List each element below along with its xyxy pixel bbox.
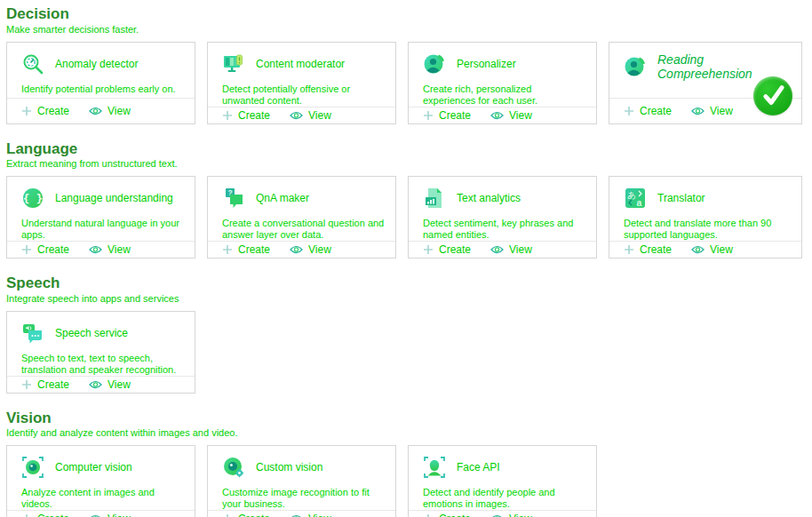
card-row: Speech service Speech to text, text to s… [6,311,812,394]
view-button[interactable]: View [290,513,331,517]
create-button[interactable]: Create [624,105,672,117]
plus-icon [624,244,634,255]
create-button[interactable]: Create [21,378,69,391]
plus-icon [21,379,32,390]
card-title: Face API [457,461,500,473]
card-row: { } Language understanding Understand na… [6,176,812,258]
view-button[interactable]: View [89,513,131,517]
section-subtitle: Integrate speech into apps and services [6,293,812,304]
text-analytics-icon [423,187,446,210]
view-button[interactable]: View [691,105,733,117]
eye-icon [89,244,102,255]
create-button[interactable]: Create [21,243,69,256]
section-title: Speech [6,274,812,292]
section-language: Language Extract meaning from unstructur… [6,140,812,259]
speech-service-icon [21,322,44,345]
create-button[interactable]: Create [624,243,672,256]
eye-icon [290,244,303,255]
svg-text:a: a [637,197,642,208]
card-text-analytics: Text analytics Detect sentiment, key phr… [408,176,597,258]
plus-icon [423,244,434,255]
section-title: Language [6,140,812,158]
card-title: Personalizer [457,58,516,70]
plus-icon [423,513,434,517]
card-face-api: Face API Detect and identify people and … [408,445,597,517]
card-description: Detect and identify people and emotions … [423,487,585,510]
create-button[interactable]: Create [222,243,270,256]
qna-maker-icon: ? [222,187,245,210]
card-language-understanding: { } Language understanding Understand na… [6,176,195,258]
eye-icon [290,513,303,517]
card-description: Speech to text, text to speech, translat… [21,353,184,376]
card-computer-vision: Computer vision Analyze content in image… [6,445,195,517]
plus-icon [423,110,434,121]
section-title: Decision [6,5,812,23]
section-subtitle: Extract meaning from unstructured text. [6,158,812,169]
card-title: Text analytics [457,192,521,204]
view-button[interactable]: View [89,378,131,391]
card-title: Translator [657,192,705,204]
eye-icon [89,379,102,390]
svg-text:{ }: { } [23,192,44,205]
content-moderator-icon [222,52,245,76]
section-speech: Speech Integrate speech into apps and se… [6,274,812,394]
card-title: Speech service [55,327,128,339]
eye-icon [89,106,102,116]
face-api-icon [423,456,446,479]
card-personalizer: Personalizer Create rich, personalized e… [408,42,597,124]
card-description: Understand natural language in your apps… [21,218,184,241]
eye-icon [89,513,102,517]
view-button[interactable]: View [490,109,532,122]
card-description: Detect potentially offensive or unwanted… [222,84,385,107]
section-decision: Decision Make smarter decisions faster. … [6,5,812,124]
eye-icon [290,110,303,121]
eye-icon [490,244,504,255]
view-button[interactable]: View [490,243,532,256]
create-button[interactable]: Create [423,513,471,517]
section-subtitle: Make smarter decisions faster. [6,24,812,35]
card-title: Language understanding [55,192,173,204]
translator-icon: あ a [624,187,647,210]
green-checkmark-icon [753,76,792,115]
eye-icon [490,110,504,121]
card-row: Computer vision Analyze content in image… [6,445,812,517]
card-description: Detect sentiment, key phrases and named … [423,218,585,241]
plus-icon [222,244,233,255]
card-qna-maker: ? QnA maker Create a conversational ques… [207,176,396,258]
view-button[interactable]: View [290,109,331,122]
card-anomaly-detector: Anomaly detector Identify potential prob… [6,42,195,124]
plus-icon [21,513,32,517]
card-custom-vision: Custom vision Customize image recognitio… [207,445,396,517]
section-title: Vision [6,410,812,427]
view-button[interactable]: View [691,243,733,256]
plus-icon [21,106,32,116]
create-button[interactable]: Create [423,109,471,122]
plus-icon [21,244,32,255]
card-description: Detect and translate more than 90 suppor… [624,218,791,241]
language-understanding-icon: { } [21,187,44,210]
plus-icon [222,110,233,121]
card-translator: あ a Translator Detect and translate more… [609,176,802,258]
view-button[interactable]: View [89,105,131,117]
anomaly-detector-icon [21,52,44,76]
card-description: Create rich, personalized experiences fo… [423,84,585,107]
create-button[interactable]: Create [21,105,69,117]
card-title: Computer vision [55,461,132,473]
computer-vision-icon [21,456,44,479]
create-button[interactable]: Create [423,243,471,256]
svg-text:あ: あ [627,190,636,200]
card-description: Identify potential problems early on. [21,84,184,95]
view-button[interactable]: View [89,243,131,256]
card-title: Content moderator [256,58,345,70]
reading-comprehension-icon [624,55,647,78]
create-button[interactable]: Create [222,109,270,122]
eye-icon [490,513,504,517]
create-button[interactable]: Create [21,513,69,517]
create-button[interactable]: Create [222,513,270,517]
card-description: Analyze content in images and videos. [21,487,184,510]
personalizer-icon [423,52,446,76]
view-button[interactable]: View [290,243,331,256]
view-button[interactable]: View [490,513,532,517]
plus-icon [624,106,634,116]
section-subtitle: Identify and analyze content within imag… [6,427,812,438]
